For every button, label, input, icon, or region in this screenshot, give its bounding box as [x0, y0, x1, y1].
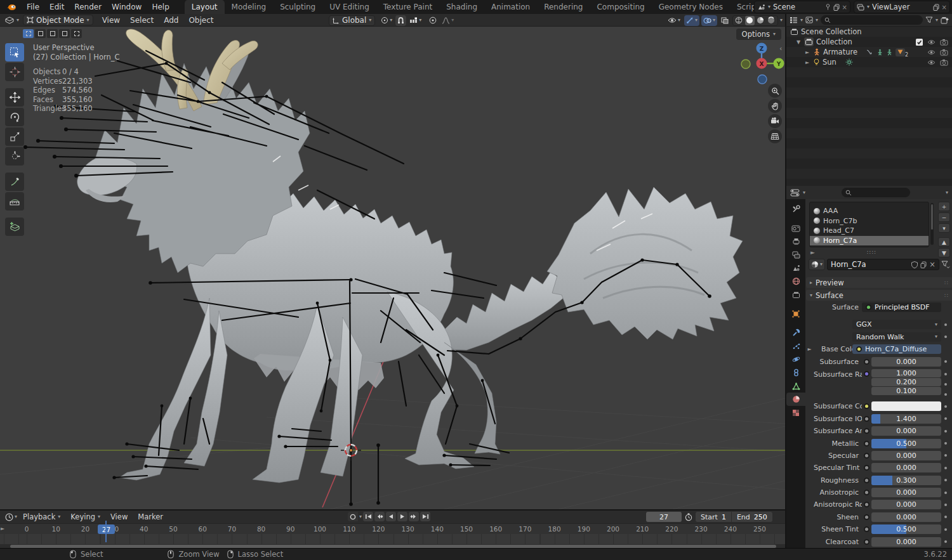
move-slot-down-button[interactable]: ▼ — [938, 248, 950, 257]
gizmos-toggle[interactable]: ▾ — [684, 15, 699, 26]
property-slider[interactable]: 0.000 — [871, 500, 941, 509]
hide-eye-icon[interactable] — [927, 39, 935, 45]
property-slider[interactable]: 0.000 — [871, 426, 941, 436]
tool-cursor[interactable] — [5, 63, 24, 81]
decorator-dot[interactable] — [941, 405, 950, 408]
expand-caret-icon[interactable]: ► — [810, 249, 815, 256]
object-visibility-dropdown[interactable]: ▾ — [666, 15, 682, 26]
camera-view-button[interactable] — [768, 114, 782, 128]
workspace-tab[interactable]: Layout — [185, 0, 225, 14]
outliner-search-input[interactable] — [821, 15, 923, 25]
render-visibility-icon[interactable] — [940, 49, 948, 56]
viewlayer-selector[interactable]: ▾ ViewLayer × — [854, 1, 950, 13]
radius-value-field[interactable]: 0.200 — [871, 378, 941, 386]
subsurface-method-dropdown[interactable]: Random Walk▾ — [852, 332, 941, 342]
menu-item[interactable]: Edit — [44, 0, 69, 14]
viewport-menu-item[interactable]: Add — [159, 16, 183, 25]
material-browse-dropdown[interactable]: ▾ — [809, 259, 825, 270]
property-slider[interactable]: 0.300 — [871, 476, 941, 485]
copy-icon[interactable] — [920, 261, 927, 268]
prev-keyframe-button[interactable] — [374, 512, 385, 521]
property-slider[interactable]: 0.000 — [871, 357, 941, 367]
tool-annotate[interactable] — [5, 173, 24, 191]
property-slider[interactable]: 0.000 — [871, 512, 941, 522]
slot-specials-dropdown[interactable]: ▾ — [938, 223, 950, 233]
properties-editor-icon[interactable] — [790, 189, 800, 197]
render-visibility-icon[interactable] — [940, 39, 948, 46]
decorator-dot[interactable] — [941, 430, 950, 433]
expand-caret-icon[interactable]: ► — [805, 346, 814, 352]
base-color-field[interactable]: Horn_C7a_Diffuse — [852, 344, 941, 354]
properties-search-input[interactable] — [842, 188, 910, 197]
shading-rendered-button[interactable] — [767, 16, 776, 25]
socket-dot[interactable] — [862, 403, 871, 409]
collapsed-caret-icon[interactable]: ► — [804, 60, 810, 65]
tab-output[interactable] — [786, 235, 805, 248]
proportional-edit-toggle[interactable] — [427, 15, 439, 26]
close-icon[interactable]: × — [942, 4, 947, 11]
jump-to-end-button[interactable] — [420, 512, 430, 521]
tool-measure[interactable] — [5, 192, 24, 211]
workspace-tab[interactable]: Rendering — [537, 0, 590, 14]
properties-options-dropdown[interactable]: ▾ — [946, 190, 948, 195]
select-mode-tweak[interactable] — [23, 29, 34, 38]
tab-tool[interactable] — [786, 202, 805, 216]
hide-eye-icon[interactable] — [927, 49, 935, 55]
scene-selector[interactable]: ▾ Scene × — [754, 1, 850, 13]
viewport-menu-item[interactable]: Select — [125, 16, 159, 25]
decorator-dot[interactable] — [941, 467, 950, 469]
tab-physics[interactable] — [786, 353, 805, 366]
snap-target-dropdown[interactable]: ▾ — [379, 15, 394, 26]
property-slider[interactable]: 0.000 — [871, 537, 941, 547]
sidebar-collapse-arrow[interactable]: ‹ — [779, 44, 782, 53]
tab-texture[interactable] — [786, 406, 805, 419]
tab-collection[interactable] — [786, 288, 805, 301]
socket-dot[interactable] — [862, 416, 871, 422]
socket-dot[interactable] — [862, 428, 871, 434]
material-name-field[interactable]: Horn_C7a × — [827, 259, 939, 270]
decorator-dot[interactable] — [941, 528, 950, 531]
tab-particles[interactable] — [786, 339, 805, 353]
tab-constraints[interactable] — [786, 366, 805, 379]
editor-type-icon[interactable] — [5, 16, 14, 24]
distribution-dropdown[interactable]: GGX▾ — [852, 320, 941, 329]
timeline-menu-keying[interactable]: Keying▾ — [66, 512, 105, 521]
auto-key-dropdown[interactable]: ▾ — [359, 514, 362, 519]
tab-world[interactable] — [786, 275, 805, 288]
material-slot-list[interactable]: AAA Horn_C7b Head_C7 Horn_C7a — [809, 202, 929, 247]
proportional-falloff-dropdown[interactable]: ▾ — [440, 15, 456, 26]
tool-transform[interactable] — [5, 147, 24, 166]
tab-material[interactable] — [786, 393, 805, 406]
menu-item[interactable]: Help — [147, 0, 174, 14]
outliner-row-sun[interactable]: ► Sun — [786, 57, 952, 67]
snap-settings-dropdown[interactable]: ▾ — [407, 15, 423, 26]
outliner-display-mode-icon[interactable] — [790, 16, 798, 23]
decorator-dot[interactable] — [941, 504, 950, 506]
workspace-tab[interactable]: UV Editing — [322, 0, 376, 14]
outliner-filter-image-icon[interactable] — [805, 16, 813, 23]
slot-list-scrollbar[interactable] — [930, 203, 934, 245]
overlays-toggle[interactable]: ▾ — [701, 15, 717, 26]
socket-dot[interactable] — [862, 453, 871, 459]
tab-view-layer[interactable] — [786, 248, 805, 261]
socket-dot[interactable] — [862, 539, 871, 545]
shading-material-button[interactable] — [756, 16, 765, 25]
workspace-tab[interactable]: Sculpting — [273, 0, 322, 14]
axis-neg-y-ball[interactable] — [741, 60, 750, 68]
hide-eye-icon[interactable] — [927, 60, 935, 65]
socket-dot[interactable] — [862, 369, 871, 377]
tool-select-box[interactable] — [5, 43, 24, 62]
tab-object-data[interactable] — [786, 379, 805, 393]
material-slot[interactable]: AAA — [810, 206, 929, 216]
surface-panel-header[interactable]: ▾ Surface ∷ — [806, 290, 952, 301]
shading-dropdown[interactable]: ▾ — [780, 18, 783, 23]
tool-add-cube[interactable] — [5, 218, 24, 236]
timeline-menu-marker[interactable]: Marker — [133, 512, 168, 521]
playhead-line[interactable] — [105, 521, 107, 542]
timeline-menu-view[interactable]: View — [106, 512, 132, 521]
workspace-tab[interactable]: Modeling — [225, 0, 274, 14]
timeline-menu-playback[interactable]: Playback▾ — [18, 512, 65, 521]
filter-funnel-icon[interactable] — [925, 16, 933, 23]
current-frame-field[interactable]: 27 — [646, 512, 682, 522]
jump-to-start-button[interactable] — [363, 512, 373, 521]
